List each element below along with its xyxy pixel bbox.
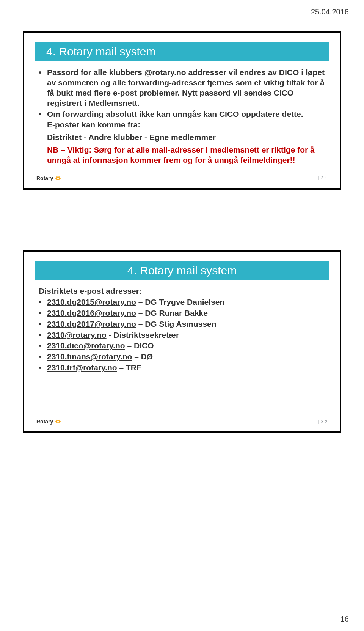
address-item: 2310.dico@rotary.no – DICO — [39, 341, 325, 351]
address-label: – DICO — [125, 341, 154, 350]
slide-footer: Rotary — [35, 175, 329, 181]
svg-line-17 — [56, 423, 57, 423]
email-address: 2310.dg2016@rotary.no — [47, 308, 136, 317]
svg-line-8 — [60, 176, 60, 177]
subheading: Distriktets e-post adresser: — [39, 286, 325, 296]
footer-page-number: 16 — [340, 615, 349, 623]
address-item: 2310.dg2015@rotary.no – DG Trygve Daniel… — [39, 297, 325, 307]
svg-line-7 — [56, 179, 57, 180]
address-label: – DG Stig Asmussen — [136, 319, 217, 328]
rotary-logo: Rotary — [36, 175, 61, 181]
svg-line-5 — [56, 176, 57, 177]
address-label: – DG Trygve Danielsen — [136, 297, 224, 306]
slide-title: 4. Rotary mail system — [35, 261, 329, 280]
bullet-item: Passord for alle klubbers @rotary.no add… — [39, 68, 325, 109]
svg-line-16 — [60, 423, 60, 423]
header-date: 25.04.2016 — [23, 8, 349, 16]
address-list: 2310.dg2015@rotary.no – DG Trygve Daniel… — [35, 297, 329, 373]
bullet-list: Passord for alle klubbers @rotary.no add… — [35, 68, 329, 119]
rotary-logo: Rotary — [36, 419, 61, 425]
address-label: – DØ — [132, 352, 153, 361]
address-item: 2310.finans@rotary.no – DØ — [39, 352, 325, 362]
email-address: 2310.dg2017@rotary.no — [47, 319, 136, 328]
svg-line-6 — [60, 179, 60, 180]
svg-line-15 — [56, 420, 57, 420]
email-address: 2310@rotary.no — [47, 330, 107, 339]
address-item: 2310.dg2016@rotary.no – DG Runar Bakke — [39, 308, 325, 318]
address-item: 2310.dg2017@rotary.no – DG Stig Asmussen — [39, 319, 325, 329]
bullet-item: Om forwarding absolutt ikke kan unngås k… — [39, 109, 325, 120]
rotary-wheel-icon — [55, 419, 61, 425]
svg-point-9 — [58, 178, 58, 179]
email-address: 2310.dg2015@rotary.no — [47, 297, 136, 306]
email-address: 2310.trf@rotary.no — [47, 363, 117, 372]
rotary-word: Rotary — [36, 175, 53, 181]
address-item: 2310.trf@rotary.no – TRF — [39, 363, 325, 373]
slide-title: 4. Rotary mail system — [35, 42, 329, 61]
rotary-word: Rotary — [36, 419, 53, 425]
svg-line-18 — [60, 420, 60, 420]
paragraph: E-poster kan komme fra: — [47, 120, 325, 130]
email-address: 2310.finans@rotary.no — [47, 352, 132, 361]
slide-page-number: | 3 1 — [318, 176, 328, 180]
slide-footer: Rotary — [35, 419, 329, 425]
email-address: 2310.dico@rotary.no — [47, 341, 125, 350]
rotary-wheel-icon — [55, 175, 61, 181]
highlight-paragraph: NB – Viktig: Sørg for at alle mail-adres… — [47, 145, 325, 165]
slide-page-number: | 3 2 — [318, 420, 328, 424]
address-label: – DG Runar Bakke — [136, 308, 208, 317]
svg-point-19 — [58, 421, 58, 422]
address-label: – TRF — [117, 363, 141, 372]
page: 25.04.2016 4. Rotary mail system Passord… — [0, 0, 364, 631]
address-label: - Distriktssekretær — [107, 330, 179, 339]
slide-31: 4. Rotary mail system Passord for alle k… — [23, 31, 341, 190]
slide-32: 4. Rotary mail system Distriktets e-post… — [23, 250, 341, 433]
address-item: 2310@rotary.no - Distriktssekretær — [39, 330, 325, 340]
paragraph: Distriktet - Andre klubber - Egne medlem… — [47, 132, 325, 143]
